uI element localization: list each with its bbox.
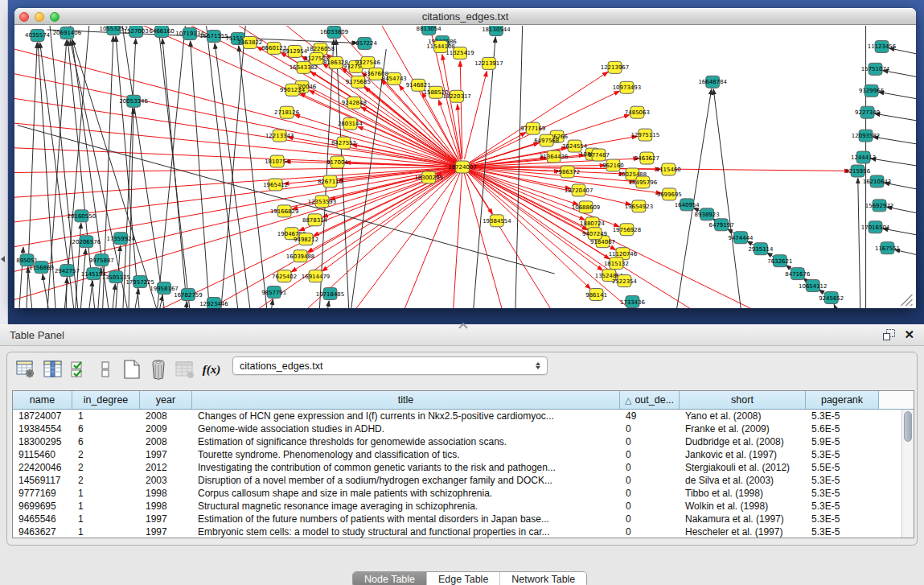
cell-pagerank[interactable]: 5.3E-5: [806, 525, 879, 538]
cell-year[interactable]: 1997: [140, 448, 192, 461]
cell-in_degree[interactable]: 1: [72, 500, 140, 513]
cell-pagerank[interactable]: 5.3E-5: [806, 487, 879, 500]
import-table-icon[interactable]: [173, 359, 197, 380]
cell-pagerank[interactable]: 5.3E-5: [806, 513, 879, 525]
window-resize-grip[interactable]: [899, 293, 914, 307]
scrollbar-thumb[interactable]: [904, 411, 912, 442]
cell-name[interactable]: 22420046: [13, 461, 72, 474]
cell-name[interactable]: 9463627: [13, 525, 72, 538]
cell-in_degree[interactable]: 2: [72, 448, 140, 461]
cell-pagerank[interactable]: 5.3E-5: [806, 474, 879, 487]
delete-table-icon[interactable]: [146, 359, 170, 380]
new-table-icon[interactable]: [120, 359, 144, 380]
row-height-icon[interactable]: [93, 359, 117, 380]
cell-short[interactable]: Dudbridge et al. (2008): [680, 435, 806, 448]
cell-in_degree[interactable]: 2: [72, 461, 140, 474]
cell-year[interactable]: 2012: [140, 461, 192, 474]
cell-name[interactable]: 9115460: [13, 448, 72, 461]
zoom-window-icon[interactable]: [50, 12, 60, 22]
cell-in_degree[interactable]: 1: [72, 487, 140, 500]
table-row[interactable]: 1872400712008Changes of HCN gene express…: [13, 410, 901, 422]
cell-out_de[interactable]: 0: [620, 461, 680, 474]
cell-in_degree[interactable]: 1: [72, 513, 140, 525]
cell-out_de[interactable]: 0: [620, 435, 680, 448]
minimize-window-icon[interactable]: [35, 12, 44, 22]
close-window-icon[interactable]: [19, 12, 29, 22]
column-header-pagerank[interactable]: pagerank: [806, 391, 879, 409]
window-titlebar[interactable]: citations_edges.txt: [14, 8, 916, 25]
cell-short[interactable]: Hescheler et al. (1997): [680, 525, 806, 538]
cell-out_de[interactable]: 0: [620, 525, 680, 538]
cell-year[interactable]: 2009: [140, 422, 192, 435]
column-header-short[interactable]: short: [680, 391, 806, 409]
cell-title[interactable]: Changes of HCN gene expression and I(f) …: [192, 410, 620, 422]
table-row[interactable]: 977716911998Corpus callosum shape and si…: [13, 487, 901, 500]
panel-collapse-grip[interactable]: [458, 323, 467, 332]
cell-name[interactable]: 18300295: [13, 435, 72, 448]
function-builder-icon[interactable]: f(x): [199, 359, 224, 380]
cell-out_de[interactable]: 0: [620, 487, 680, 500]
cell-year[interactable]: 1997: [140, 525, 192, 538]
table-row[interactable]: 946362711997Embryonic stem cells: a mode…: [13, 525, 901, 538]
column-header-name[interactable]: name: [13, 391, 72, 409]
table-settings-icon[interactable]: [14, 359, 38, 380]
close-panel-icon[interactable]: ✕: [904, 328, 914, 342]
cell-short[interactable]: Franke et al. (2009): [680, 422, 806, 435]
cell-name[interactable]: 18724007: [13, 410, 72, 422]
cell-out_de[interactable]: 0: [620, 474, 680, 487]
cell-pagerank[interactable]: 5.9E-5: [806, 435, 879, 448]
cell-short[interactable]: Yano et al. (2008): [680, 410, 806, 422]
cell-in_degree[interactable]: 6: [72, 422, 140, 435]
select-rows-icon[interactable]: [67, 359, 91, 380]
cell-year[interactable]: 1998: [140, 500, 192, 513]
cell-in_degree[interactable]: 2: [72, 474, 140, 487]
cell-title[interactable]: Genome-wide association studies in ADHD.: [192, 422, 620, 435]
cell-title[interactable]: Disruption of a novel member of a sodium…: [192, 474, 620, 487]
cell-short[interactable]: Jankovic et al. (1997): [680, 448, 806, 461]
cell-title[interactable]: Embryonic stem cells: a model to study s…: [192, 525, 620, 538]
table-row[interactable]: 1830029562008Estimation of significance …: [13, 435, 901, 448]
vertical-scrollbar[interactable]: [901, 410, 914, 538]
cell-out_de[interactable]: 0: [620, 500, 680, 513]
cell-short[interactable]: Stergiakouli et al. (2012): [680, 461, 806, 474]
column-header-out_de[interactable]: △out_de...: [620, 391, 680, 409]
table-select-dropdown[interactable]: citations_edges.txt: [232, 356, 548, 375]
table-row[interactable]: 969969511998Structural magnetic resonanc…: [13, 500, 901, 513]
cell-short[interactable]: Nakamura et al. (1997): [680, 513, 806, 525]
cell-name[interactable]: 14569117: [13, 474, 72, 487]
cell-year[interactable]: 2003: [140, 474, 192, 487]
table-row[interactable]: 1456911722003Disruption of a novel membe…: [13, 474, 901, 487]
table-column-icon[interactable]: [40, 359, 64, 380]
cell-pagerank[interactable]: 5.3E-5: [806, 410, 879, 422]
cell-in_degree[interactable]: 6: [72, 435, 140, 448]
cell-title[interactable]: Tourette syndrome. Phenomenology and cla…: [192, 448, 620, 461]
table-row[interactable]: 946554611997Estimation of the future num…: [13, 513, 901, 525]
splitter-handle[interactable]: [1, 256, 5, 262]
cell-in_degree[interactable]: 1: [72, 525, 140, 538]
cell-title[interactable]: Investigating the contribution of common…: [192, 461, 620, 474]
column-header-year[interactable]: year: [140, 391, 192, 409]
cell-out_de[interactable]: 0: [620, 448, 680, 461]
table-row[interactable]: 1938455462009Genome-wide association stu…: [13, 422, 901, 435]
cell-out_de[interactable]: 0: [620, 422, 680, 435]
cell-name[interactable]: 19384554: [13, 422, 72, 435]
cell-year[interactable]: 2008: [140, 410, 192, 422]
cell-title[interactable]: Estimation of the future numbers of pati…: [192, 513, 620, 525]
cell-year[interactable]: 2008: [140, 435, 192, 448]
cell-title[interactable]: Estimation of significance thresholds fo…: [192, 435, 620, 448]
cell-pagerank[interactable]: 5.3E-5: [806, 448, 879, 461]
cell-name[interactable]: 9777169: [13, 487, 72, 500]
table-row[interactable]: 911546021997Tourette syndrome. Phenomeno…: [13, 448, 901, 461]
column-header-title[interactable]: title: [192, 391, 620, 409]
cell-pagerank[interactable]: 5.3E-5: [806, 500, 879, 513]
table-row[interactable]: 2242004622012Investigating the contribut…: [13, 461, 901, 474]
float-window-icon[interactable]: [883, 329, 895, 340]
cell-title[interactable]: Structural magnetic resonance image aver…: [192, 500, 620, 513]
cell-title[interactable]: Corpus callosum shape and size in male p…: [192, 487, 620, 500]
cell-in_degree[interactable]: 1: [72, 410, 140, 422]
cell-short[interactable]: de Silva et al. (2003): [680, 474, 806, 487]
citation-network-graph[interactable]: 4035574206914061055325715270036466160107…: [14, 26, 916, 308]
network-graph-canvas[interactable]: 4035574206914061055325715270036466160107…: [14, 26, 916, 308]
cell-year[interactable]: 1997: [140, 513, 192, 525]
cell-year[interactable]: 1998: [140, 487, 192, 500]
